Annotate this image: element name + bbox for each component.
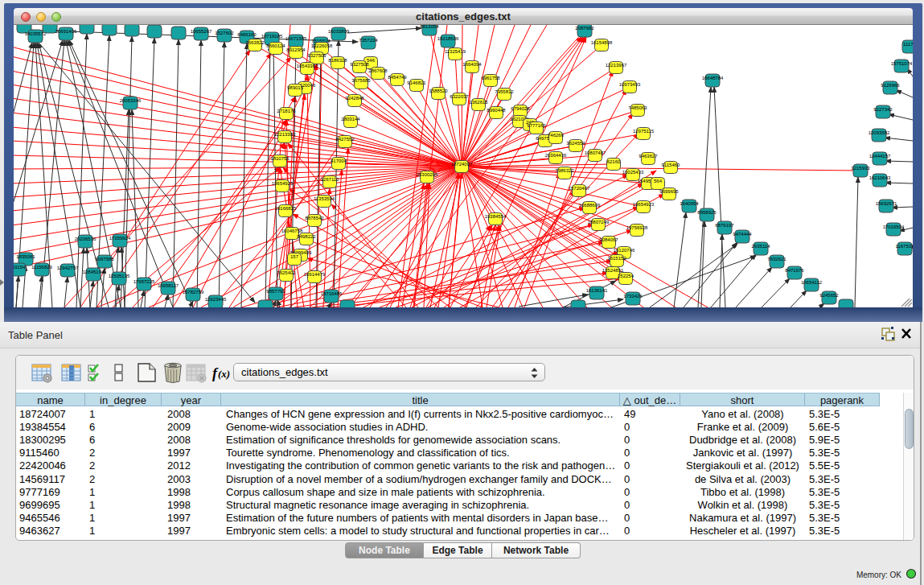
svg-text:746266: 746266 [548,133,565,138]
svg-text:62160: 62160 [607,159,621,164]
svg-text:12975115: 12975115 [633,129,655,134]
svg-text:19166825: 19166825 [275,206,297,211]
svg-text:1362615: 1362615 [469,100,488,105]
svg-text:6466160: 6466160 [237,32,257,37]
svg-text:9327508: 9327508 [350,62,369,67]
svg-text:3675685: 3675685 [351,78,371,83]
svg-text:19756928: 19756928 [626,225,648,230]
svg-text:2867608: 2867608 [368,68,388,73]
svg-text:13226058: 13226058 [311,43,333,48]
svg-text:7663822: 7663822 [245,40,265,45]
svg-text:9227342: 9227342 [873,107,893,112]
svg-text:10688609: 10688609 [579,203,601,208]
svg-text:8878542: 8878542 [305,216,324,220]
svg-text:11174: 11174 [903,42,913,47]
svg-text:10654112: 10654112 [801,280,823,285]
svg-text:3624554: 3624554 [566,141,585,146]
svg-text:12942757: 12942757 [57,266,79,270]
svg-text:19654925: 19654925 [272,181,294,186]
svg-text:17957225: 17957225 [133,279,155,284]
svg-text:9084067: 9084067 [599,237,618,242]
svg-text:8660124: 8660124 [266,43,285,48]
svg-text:19654923: 19654923 [633,202,655,207]
svg-text:9777169: 9777169 [527,123,546,128]
svg-text:8427552: 8427552 [335,137,355,142]
svg-text:20691406: 20691406 [55,29,77,34]
svg-text:16033809: 16033809 [328,29,350,34]
svg-text:2718176: 2718176 [277,109,296,113]
svg-text:9245652: 9245652 [819,293,839,298]
svg-text:11353594: 11353594 [314,196,335,201]
svg-text:12923445: 12923445 [205,297,227,302]
svg-text:20206536: 20206536 [75,237,97,241]
svg-text:25300205: 25300205 [417,172,438,177]
svg-text:(x): (x) [218,368,230,380]
svg-text:12093582: 12093582 [869,130,890,135]
svg-text:10958117: 10958117 [158,283,179,288]
svg-text:9699695: 9699695 [659,189,679,194]
svg-text:9857791: 9857791 [266,289,285,294]
svg-text:16046758: 16046758 [281,229,303,233]
svg-text:16210643: 16210643 [869,175,891,180]
svg-text:12444157: 12444157 [869,154,891,159]
svg-text:1664094: 1664094 [462,62,482,67]
svg-text:417004: 417004 [331,159,347,163]
svg-text:8454749: 8454749 [388,75,407,80]
svg-text:8186328: 8186328 [328,58,347,63]
svg-text:15720407: 15720407 [569,186,590,191]
svg-text:93154: 93154 [14,265,26,270]
svg-text:564: 564 [654,179,663,183]
svg-text:12845194: 12845194 [83,270,105,274]
svg-text:7357224: 7357224 [359,38,378,43]
svg-text:9474444: 9474444 [733,232,752,237]
svg-text:10973493: 10973493 [619,82,641,87]
svg-text:7986322: 7986322 [555,168,574,173]
svg-text:9327506: 9327506 [307,53,326,58]
svg-text:15692971: 15692971 [876,201,897,206]
svg-text:16154808: 16154808 [591,40,613,45]
svg-text:989015: 989015 [287,85,304,90]
svg-text:3215933: 3215933 [851,166,870,171]
svg-text:13524851: 13524851 [602,268,624,273]
svg-text:2935114: 2935114 [752,244,771,249]
svg-text:6322037: 6322037 [450,94,469,99]
svg-text:16136141: 16136141 [586,288,608,293]
svg-text:9097585: 9097585 [95,257,114,262]
svg-text:1167533: 1167533 [896,244,913,249]
svg-text:12505135: 12505135 [109,274,130,278]
svg-text:8912954: 8912954 [286,47,306,52]
svg-text:2803144: 2803144 [341,117,360,122]
svg-text:16782759: 16782759 [183,290,204,295]
svg-text:6961758: 6961758 [481,76,500,80]
svg-text:19218506: 19218506 [437,36,459,41]
svg-text:8958925: 8958925 [697,210,717,215]
svg-text:18724007: 18724007 [451,162,473,167]
svg-text:9115460: 9115460 [662,163,681,167]
svg-text:8813054: 8813054 [420,25,439,29]
svg-text:17359924: 17359924 [109,236,131,241]
svg-text:6879197: 6879197 [715,223,734,228]
svg-text:1810755: 1810755 [270,156,290,161]
svg-text:16671385: 16671385 [285,36,307,41]
svg-text:8471676: 8471676 [785,268,804,273]
svg-text:17016504: 17016504 [883,225,905,229]
svg-text:20053346: 20053346 [120,98,142,103]
svg-text:5498222: 5498222 [297,234,316,239]
svg-text:18807249: 18807249 [588,220,610,225]
svg-text:16914479: 16914479 [304,272,326,277]
svg-text:20364436: 20364436 [545,153,567,158]
svg-text:12213383: 12213383 [274,132,296,137]
svg-text:1640954: 1640954 [680,201,699,206]
svg-text:7625402: 7625402 [277,270,296,275]
svg-text:16648784: 16648784 [702,76,724,80]
svg-text:1733426: 1733426 [623,294,643,299]
svg-text:10025433: 10025433 [622,170,644,175]
svg-text:1835061: 1835061 [16,254,35,259]
svg-text:15716485: 15716485 [321,291,343,296]
svg-text:15751074: 15751074 [891,61,913,66]
svg-text:2087682: 2087682 [575,26,594,31]
svg-text:1588520: 1588520 [429,89,448,93]
svg-text:3267110: 3267110 [321,177,340,182]
svg-text:11325419: 11325419 [445,49,466,54]
svg-text:252254: 252254 [618,274,634,278]
